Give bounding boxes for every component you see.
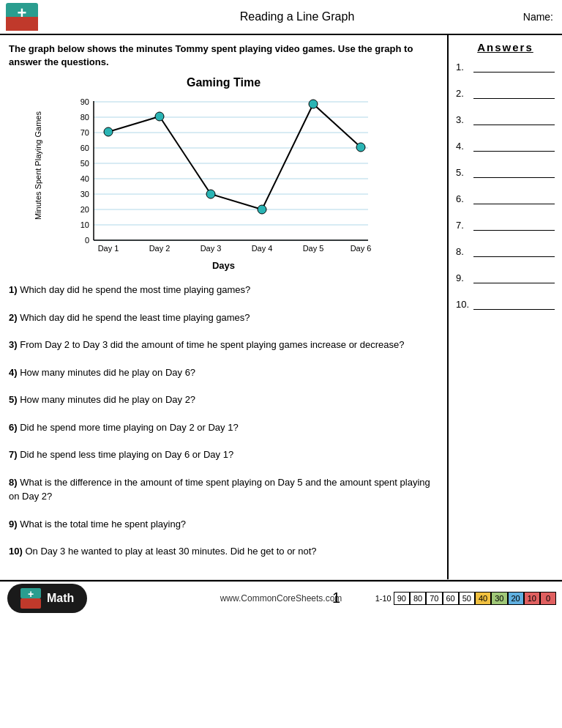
question-9: 9) What is the total time he spent playi… — [9, 517, 438, 532]
answer-1-num: 1. — [456, 62, 473, 73]
score-50: 50 — [459, 592, 475, 605]
answer-2: 2. — [456, 87, 555, 99]
answer-7-blank[interactable] — [473, 219, 555, 231]
question-4: 4) How many minutes did he play on Day 6… — [9, 365, 438, 380]
q9-num: 9) — [9, 519, 18, 530]
svg-point-36 — [309, 100, 318, 108]
math-label: Math — [47, 592, 74, 605]
score-60: 60 — [443, 592, 459, 605]
q2-num: 2) — [9, 312, 18, 323]
question-2: 2) Which day did he spend the least time… — [9, 311, 438, 325]
q5-num: 5) — [9, 394, 18, 405]
answer-3: 3. — [456, 114, 555, 125]
q10-text: On Day 3 he wanted to play at least 30 m… — [25, 546, 316, 557]
math-badge: + Math — [7, 584, 87, 613]
q9-text: What is the total time he spent playing? — [20, 519, 186, 530]
answer-5-blank[interactable] — [473, 166, 555, 178]
answer-4: 4. — [456, 140, 555, 152]
answer-10-num: 10. — [456, 299, 473, 310]
answer-8-num: 8. — [456, 246, 473, 257]
answer-1-blank[interactable] — [473, 61, 555, 73]
footer: + Math www.CommonCoreSheets.com 1 1-10 9… — [0, 580, 562, 615]
answers-panel: Answers 1. 2. 3. 4. 5. 6. 7. — [449, 35, 562, 579]
answer-3-num: 3. — [456, 114, 473, 125]
question-1: 1) Which day did he spend the most time … — [9, 283, 438, 297]
question-5: 5) How many minutes did he play on Day 2… — [9, 393, 438, 407]
svg-text:+: + — [18, 4, 27, 22]
q4-text: How many minutes did he play on Day 6? — [20, 367, 195, 378]
svg-text:10: 10 — [80, 220, 89, 229]
q7-text: Did he spend less time playing on Day 6 … — [20, 449, 233, 460]
question-8: 8) What is the difference in the amount … — [9, 475, 438, 504]
chart-container: Gaming Time Minutes Spent Playing Games — [48, 76, 400, 271]
answer-9: 9. — [456, 272, 555, 283]
svg-point-34 — [206, 190, 215, 198]
logo-icon: + — [6, 3, 38, 31]
q3-num: 3) — [9, 339, 18, 350]
answer-2-num: 2. — [456, 88, 473, 99]
q8-text: What is the difference in the amount of … — [9, 477, 430, 502]
answer-3-blank[interactable] — [473, 114, 555, 125]
svg-text:20: 20 — [80, 205, 89, 214]
y-axis-label: Minutes Spent Playing Games — [34, 132, 42, 220]
answer-9-blank[interactable] — [473, 272, 555, 283]
svg-text:Day 3: Day 3 — [200, 244, 221, 253]
answer-2-blank[interactable] — [473, 87, 555, 99]
svg-text:Day 5: Day 5 — [302, 244, 323, 253]
footer-website: www.CommonCoreSheets.com — [220, 593, 342, 603]
line-graph: 0 10 20 30 40 50 60 70 80 90 Day 1 Day 2… — [64, 94, 379, 255]
answers-title: Answers — [456, 41, 555, 53]
footer-page-num: 1 — [332, 590, 340, 606]
main-content: The graph below shows the minutes Tommy … — [0, 35, 562, 580]
answer-5: 5. — [456, 166, 555, 178]
svg-text:Day 2: Day 2 — [149, 244, 170, 253]
answer-9-num: 9. — [456, 272, 473, 283]
answer-6-blank[interactable] — [473, 193, 555, 204]
answer-7-num: 7. — [456, 220, 473, 231]
svg-text:30: 30 — [80, 190, 89, 198]
svg-text:70: 70 — [80, 128, 89, 137]
answer-5-num: 5. — [456, 167, 473, 178]
svg-text:90: 90 — [80, 97, 89, 106]
answer-10: 10. — [456, 298, 555, 310]
answer-6-num: 6. — [456, 193, 473, 204]
svg-point-32 — [104, 127, 113, 136]
q8-num: 8) — [9, 477, 18, 488]
svg-point-33 — [155, 112, 164, 121]
answer-8: 8. — [456, 245, 555, 257]
score-range-label: 1-10 — [375, 594, 391, 603]
name-label: Name: — [523, 11, 553, 23]
question-6: 6) Did he spend more time playing on Day… — [9, 420, 438, 435]
page-title: Reading a Line Graph — [38, 10, 556, 23]
svg-text:80: 80 — [80, 113, 89, 122]
answer-4-num: 4. — [456, 141, 473, 152]
q6-num: 6) — [9, 422, 18, 433]
x-axis-label: Days — [48, 260, 400, 271]
score-70: 70 — [426, 592, 442, 605]
left-panel: The graph below shows the minutes Tommy … — [0, 35, 449, 579]
answer-4-blank[interactable] — [473, 140, 555, 152]
q7-num: 7) — [9, 449, 18, 460]
question-7: 7) Did he spend less time playing on Day… — [9, 447, 438, 462]
score-0: 0 — [540, 592, 556, 605]
answer-10-blank[interactable] — [473, 298, 555, 310]
answer-8-blank[interactable] — [473, 245, 555, 257]
q6-text: Did he spend more time playing on Day 2 … — [20, 422, 238, 433]
chart-title: Gaming Time — [48, 76, 400, 89]
question-10: 10) On Day 3 he wanted to play at least … — [9, 544, 438, 559]
svg-point-37 — [356, 143, 365, 152]
footer-score-boxes: 1-10 90 80 70 60 50 40 30 20 10 0 — [375, 592, 556, 605]
header: + Reading a Line Graph Name: — [0, 0, 562, 35]
questions-section: 1) Which day did he spend the most time … — [9, 283, 438, 559]
svg-text:40: 40 — [80, 174, 89, 183]
q1-text: Which day did he spend the most time pla… — [20, 284, 250, 295]
q5-text: How many minutes did he play on Day 2? — [20, 394, 195, 405]
q4-num: 4) — [9, 367, 18, 378]
score-20: 20 — [508, 592, 524, 605]
math-logo-icon: + — [20, 588, 41, 609]
score-40: 40 — [475, 592, 491, 605]
score-90: 90 — [394, 592, 410, 605]
y-axis-label-container: Minutes Spent Playing Games — [48, 94, 64, 257]
svg-rect-39 — [20, 598, 41, 609]
chart-wrapper: Minutes Spent Playing Games — [48, 94, 400, 257]
